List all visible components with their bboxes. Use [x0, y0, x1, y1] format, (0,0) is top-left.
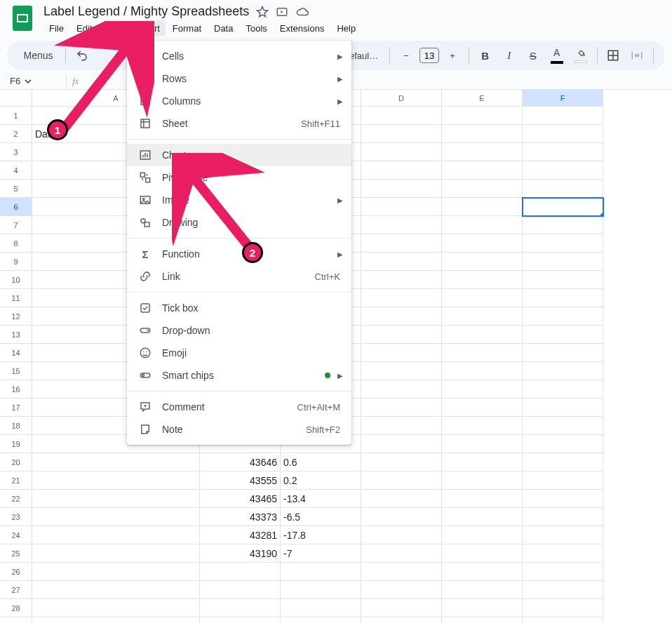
cell[interactable]: [200, 581, 281, 599]
cell[interactable]: [361, 107, 442, 125]
cell[interactable]: 43190: [200, 544, 281, 563]
cell[interactable]: [361, 161, 442, 180]
cell[interactable]: [442, 417, 523, 435]
cell[interactable]: 43281: [200, 526, 281, 544]
cell[interactable]: [32, 599, 200, 617]
cell[interactable]: [442, 180, 523, 198]
cell[interactable]: [523, 180, 603, 198]
strike-button[interactable]: S: [523, 45, 544, 66]
menu-image[interactable]: Image▶: [127, 189, 351, 211]
menu-help[interactable]: Help: [331, 20, 361, 36]
cell[interactable]: [523, 435, 603, 453]
cell[interactable]: [523, 526, 603, 544]
cell[interactable]: [523, 417, 603, 435]
col-head-E[interactable]: E: [442, 90, 523, 107]
cell[interactable]: [523, 453, 603, 471]
menu-sheet[interactable]: SheetShift+F11: [127, 112, 351, 135]
cell[interactable]: [361, 563, 442, 581]
menu-note[interactable]: NoteShift+F2: [127, 418, 351, 441]
row-head[interactable]: 27: [0, 581, 32, 599]
cell[interactable]: [523, 253, 603, 271]
cell[interactable]: [361, 198, 442, 216]
cell[interactable]: 43465: [200, 490, 281, 508]
cell[interactable]: [442, 289, 523, 307]
cell[interactable]: 43646: [200, 453, 281, 471]
cell[interactable]: [442, 526, 523, 544]
cell[interactable]: [523, 380, 603, 398]
cell[interactable]: [361, 253, 442, 271]
cell[interactable]: [442, 471, 523, 490]
cell[interactable]: [32, 490, 200, 508]
row-head[interactable]: 26: [0, 563, 32, 581]
cell[interactable]: [361, 508, 442, 526]
menu-tickbox[interactable]: Tick box: [127, 297, 351, 319]
italic-button[interactable]: I: [499, 45, 520, 66]
cell[interactable]: [200, 563, 281, 581]
col-head-F[interactable]: F: [523, 90, 603, 107]
cell[interactable]: [442, 326, 523, 344]
cell[interactable]: [442, 453, 523, 471]
cell[interactable]: [442, 398, 523, 417]
row-head[interactable]: 19: [0, 435, 32, 453]
menu-edit[interactable]: Edit: [71, 20, 98, 36]
merge-button[interactable]: [626, 45, 647, 66]
borders-button[interactable]: [603, 45, 624, 66]
cell[interactable]: [523, 398, 603, 417]
cell[interactable]: [442, 307, 523, 326]
cell[interactable]: [361, 143, 442, 161]
cell[interactable]: [523, 471, 603, 490]
cell[interactable]: [32, 544, 200, 563]
menu-rows[interactable]: Rows▶: [127, 67, 351, 90]
row-head[interactable]: 2: [0, 125, 32, 143]
cell[interactable]: [442, 362, 523, 380]
cell[interactable]: [361, 581, 442, 599]
cell[interactable]: [281, 617, 361, 623]
cell[interactable]: -6.5: [281, 508, 361, 526]
row-head[interactable]: 24: [0, 526, 32, 544]
cloud-icon[interactable]: [295, 6, 309, 18]
cell[interactable]: [361, 234, 442, 253]
menu-insert[interactable]: Insert: [131, 20, 166, 36]
row-head[interactable]: 16: [0, 380, 32, 398]
cell[interactable]: [523, 326, 603, 344]
cell[interactable]: 43555: [200, 471, 281, 490]
sheets-logo[interactable]: [8, 4, 36, 32]
cell[interactable]: [200, 617, 281, 623]
cell[interactable]: [442, 490, 523, 508]
row-head[interactable]: 15: [0, 362, 32, 380]
row-head[interactable]: 3: [0, 143, 32, 161]
cell[interactable]: -17.8: [281, 526, 361, 544]
cell[interactable]: [442, 380, 523, 398]
row-head[interactable]: 10: [0, 271, 32, 289]
row-head[interactable]: 23: [0, 508, 32, 526]
cell[interactable]: [281, 581, 361, 599]
cell[interactable]: [523, 216, 603, 234]
cell[interactable]: [361, 180, 442, 198]
cell[interactable]: [32, 617, 200, 623]
cell[interactable]: [442, 544, 523, 563]
row-head[interactable]: 20: [0, 453, 32, 471]
cell[interactable]: [523, 271, 603, 289]
row-head[interactable]: 9: [0, 253, 32, 271]
row-head[interactable]: 8: [0, 234, 32, 253]
cell[interactable]: [361, 362, 442, 380]
move-icon[interactable]: [276, 6, 288, 18]
row-head[interactable]: 29: [0, 617, 32, 623]
cell[interactable]: [361, 125, 442, 143]
menu-data[interactable]: Data: [208, 20, 238, 36]
cell[interactable]: [32, 526, 200, 544]
fill-color-button[interactable]: [570, 45, 591, 66]
cell[interactable]: 0.6: [281, 453, 361, 471]
bold-button[interactable]: B: [475, 45, 496, 66]
cell[interactable]: [361, 617, 442, 623]
cell[interactable]: [523, 508, 603, 526]
menu-function[interactable]: ΣFunction▶: [127, 243, 351, 265]
cell[interactable]: [361, 216, 442, 234]
cell[interactable]: [523, 289, 603, 307]
cell[interactable]: [442, 599, 523, 617]
cell[interactable]: [523, 307, 603, 326]
cell[interactable]: [32, 581, 200, 599]
cell[interactable]: -7: [281, 544, 361, 563]
menus-button[interactable]: Menus: [15, 45, 60, 66]
cell[interactable]: [442, 125, 523, 143]
